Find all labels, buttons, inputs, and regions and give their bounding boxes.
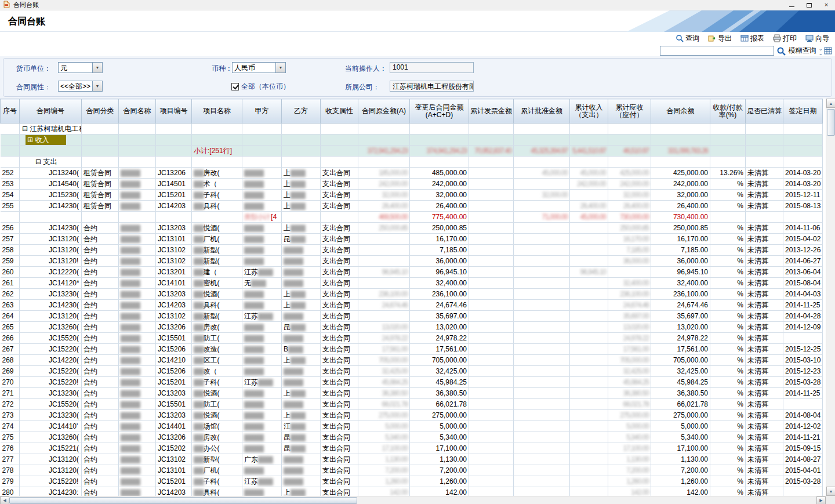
grid-cell[interactable]: [570, 157, 608, 168]
grid-cell[interactable]: %: [710, 311, 746, 322]
grid-cell[interactable]: ▇▇具科(: [192, 201, 242, 212]
grid-cell[interactable]: ▇▇子科(: [192, 190, 242, 201]
grid-cell[interactable]: JC15201: [156, 190, 192, 201]
grid-cell[interactable]: JC15206: [156, 344, 192, 355]
grid-cell[interactable]: 上▇▇▇: [282, 201, 321, 212]
grid-cell[interactable]: 未清算: [746, 223, 783, 234]
grid-cell[interactable]: [282, 135, 321, 146]
vertical-scroll-thumb[interactable]: [827, 109, 835, 136]
grid-cell[interactable]: ▇▇密机(: [192, 278, 242, 289]
grid-cell[interactable]: JC15220!: [20, 377, 82, 388]
grid-cell[interactable]: [514, 465, 570, 476]
grid-cell[interactable]: [469, 487, 514, 496]
grid-cell[interactable]: ▇▇悦酒(: [192, 289, 242, 300]
grid-cell[interactable]: 未清算: [746, 179, 783, 190]
grid-cell[interactable]: 2015-12-11: [783, 190, 823, 201]
grid-cell[interactable]: 支出合同: [321, 223, 358, 234]
grid-cell[interactable]: 705,000.00: [410, 355, 469, 366]
grid-cell[interactable]: [358, 157, 410, 168]
grid-cell[interactable]: 支出合同: [321, 432, 358, 443]
grid-cell[interactable]: [570, 355, 608, 366]
grid-cell[interactable]: [156, 212, 192, 223]
grid-cell[interactable]: ▇▇▇▇: [119, 366, 156, 377]
grid-cell[interactable]: 16,170.00: [651, 234, 710, 245]
grid-cell[interactable]: 45,984.25: [608, 377, 651, 388]
grid-cell[interactable]: 未清算: [746, 190, 783, 201]
grid-cell[interactable]: %: [710, 366, 746, 377]
grid-cell[interactable]: ▇▇房改(: [192, 322, 242, 333]
column-header[interactable]: 乙方: [282, 99, 321, 124]
grid-cell[interactable]: 730,000.00: [608, 212, 651, 223]
grid-cell[interactable]: 5,000.00: [410, 421, 469, 432]
grid-cell[interactable]: [469, 465, 514, 476]
grid-cell[interactable]: [514, 410, 570, 421]
grid-cell[interactable]: 支出合同: [321, 410, 358, 421]
grid-cell[interactable]: 13,020.00: [410, 322, 469, 333]
grid-cell[interactable]: [119, 157, 156, 168]
grid-cell[interactable]: ⊟ 江苏柯瑞机电工程: [20, 124, 82, 135]
grid-cell[interactable]: [570, 311, 608, 322]
grid-cell[interactable]: 2015-04-02: [783, 234, 823, 245]
grid-cell[interactable]: 17,561.00: [608, 344, 651, 355]
grid-cell[interactable]: 合约: [82, 333, 119, 344]
grid-cell[interactable]: 2013-06-04: [783, 267, 823, 278]
grid-cell[interactable]: ⊞ 收入: [20, 135, 82, 146]
grid-cell[interactable]: [156, 146, 192, 157]
grid-cell[interactable]: JC13206: [156, 168, 192, 179]
grid-cell[interactable]: 支出合同: [321, 377, 358, 388]
grid-cell[interactable]: [469, 278, 514, 289]
grid-cell[interactable]: 未清算: [746, 256, 783, 267]
grid-cell[interactable]: 合约: [82, 487, 119, 496]
minimize-button[interactable]: [783, 0, 800, 10]
grid-cell[interactable]: 96,945.10: [410, 267, 469, 278]
grid-cell[interactable]: [570, 421, 608, 432]
grid-cell[interactable]: 24,674.46: [651, 300, 710, 311]
grid-cell[interactable]: 支出合同: [321, 289, 358, 300]
grid-cell[interactable]: 13.26%: [710, 168, 746, 179]
grid-cell[interactable]: [156, 124, 192, 135]
grid-cell[interactable]: %: [710, 223, 746, 234]
grid-cell[interactable]: [1, 135, 20, 146]
grid-cell[interactable]: 45,000.00: [514, 168, 570, 179]
grid-cell[interactable]: 上▇▇▇: [282, 487, 321, 496]
table-row[interactable]: 279JC15220!合约▇▇▇▇JC15201▇▇子科(江苏▇▇▇▇▇▇▇支出…: [1, 476, 823, 487]
grid-cell[interactable]: 5,000.00: [651, 421, 710, 432]
grid-cell[interactable]: JC14410': [20, 421, 82, 432]
grid-cell[interactable]: 上▇▇▇: [282, 179, 321, 190]
grid-cell[interactable]: JC13260(: [20, 432, 82, 443]
grid-cell[interactable]: 7,185.00: [608, 245, 651, 256]
grid-view-icon[interactable]: [824, 47, 832, 55]
grid-cell[interactable]: [608, 124, 651, 135]
table-row[interactable]: 280JC14230:合约▇▇▇▇JC14203▇▇具科(▇▇▇▇上▇▇▇支出合…: [1, 487, 823, 496]
grid-cell[interactable]: 236,100.00: [410, 289, 469, 300]
grid-cell[interactable]: ▇▇防工(: [192, 333, 242, 344]
grid-cell[interactable]: JC15220(: [20, 366, 82, 377]
grid-cell[interactable]: JC15501: [156, 333, 192, 344]
table-row[interactable]: 255JC14230(租赁合同▇▇▇▇JC14203▇▇具科(▇▇▇▇上▇▇▇支…: [1, 201, 823, 212]
grid-cell[interactable]: JC15520(: [20, 399, 82, 410]
grid-cell[interactable]: 合约: [82, 322, 119, 333]
grid-cell[interactable]: [570, 476, 608, 487]
column-header[interactable]: 项目名称: [192, 99, 242, 124]
grid-cell[interactable]: 租赁合同: [82, 179, 119, 190]
grid-cell[interactable]: %: [710, 322, 746, 333]
grid-cell[interactable]: [469, 223, 514, 234]
grid-cell[interactable]: 485,000.00: [410, 168, 469, 179]
dropdown-arrow-icon[interactable]: ▼: [92, 81, 102, 91]
grid-cell[interactable]: ▇▇▇▇: [119, 223, 156, 234]
table-row[interactable]: 274JC14410'合约▇▇▇▇JC14401▇▇场馆(▇▇▇▇江▇▇▇支出合…: [1, 421, 823, 432]
grid-cell[interactable]: [469, 344, 514, 355]
grid-cell[interactable]: [514, 223, 570, 234]
grid-cell[interactable]: [192, 212, 242, 223]
grid-cell[interactable]: 1,130.00: [410, 454, 469, 465]
grid-cell[interactable]: %: [710, 300, 746, 311]
grid-cell[interactable]: 267: [1, 344, 20, 355]
grid-cell[interactable]: [469, 190, 514, 201]
grid-cell[interactable]: ▇▇▇▇: [119, 344, 156, 355]
grid-cell[interactable]: [608, 135, 651, 146]
grid-cell[interactable]: 未清算: [746, 366, 783, 377]
grid-cell[interactable]: 24,674.46: [608, 300, 651, 311]
grid-cell[interactable]: ▇▇▇▇: [242, 168, 282, 179]
grid-cell[interactable]: ▇▇▇▇: [242, 366, 282, 377]
grid-cell[interactable]: 支出合同: [321, 267, 358, 278]
